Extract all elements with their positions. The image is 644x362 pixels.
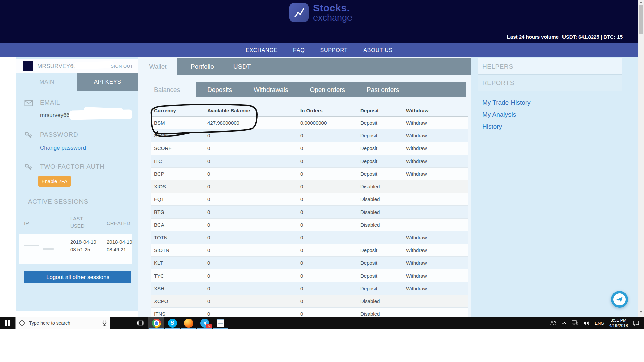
nav-support[interactable]: SUPPORT [320, 47, 348, 53]
scrollbar-thumb[interactable] [639, 5, 643, 34]
subtab-past-orders[interactable]: Past orders [367, 86, 399, 94]
deposit-link[interactable]: Deposit [360, 129, 406, 142]
scroll-down-arrow-icon[interactable] [640, 311, 642, 313]
nav-exchange[interactable]: EXCHANGE [246, 47, 278, 53]
tab-wallet[interactable]: Wallet [138, 58, 177, 75]
in-orders-cell: 0 [300, 180, 360, 193]
deposit-link[interactable]: Deposit [360, 244, 406, 256]
available-balance-cell: 0 [207, 269, 300, 282]
language-indicator[interactable]: ENG [595, 321, 604, 326]
people-icon[interactable] [550, 320, 557, 326]
volume-value: USDT: 641.8225 | BTC: 15 [562, 34, 623, 40]
currency-cell: ITC [151, 155, 207, 167]
balance-row: BCP 0 0 Deposit Withdraw [151, 168, 468, 180]
available-balance-cell: 427.98000000 [207, 117, 300, 129]
withdraw-link[interactable]: Withdraw [406, 231, 468, 244]
taskbar-clock[interactable]: 3:51 PM 4/19/2018 [609, 318, 628, 329]
subtab-open-orders[interactable]: Open orders [310, 86, 345, 94]
currency-cell: BCA [151, 219, 207, 231]
col-currency: Currency [151, 105, 207, 116]
username: MRSURVEY666 [37, 63, 80, 70]
firefox-taskbar-button[interactable] [180, 317, 197, 329]
taskbar-search-box[interactable]: Type here to search [15, 317, 110, 329]
nav-about-us[interactable]: ABOUT US [363, 47, 393, 53]
sign-out-link[interactable]: SIGN OUT [111, 64, 133, 69]
change-password-link[interactable]: Change password [40, 145, 86, 152]
deposit-link[interactable]: Deposit [360, 282, 406, 295]
helpers-panel-header[interactable]: HELPERS [478, 58, 622, 75]
sessions-col-created: CREATED [107, 220, 130, 226]
search-placeholder: Type here to search [29, 320, 70, 326]
withdraw-link[interactable]: Withdraw [406, 244, 468, 256]
in-orders-cell: 0 [300, 206, 360, 218]
system-tray: ENG 3:51 PM 4/19/2018 [550, 317, 644, 329]
tab-usdt[interactable]: USDT [233, 63, 251, 70]
balance-row: BCA 0 0 Disabled [151, 219, 468, 231]
available-balance-cell: 0 [207, 206, 300, 218]
notification-badge: ..55 [206, 324, 212, 328]
col-deposit: Deposit [360, 105, 406, 116]
withdraw-link[interactable]: Withdraw [406, 155, 468, 167]
tab-api-keys[interactable]: API KEYS [77, 73, 138, 91]
in-orders-cell: 0 [300, 155, 360, 167]
tab-main[interactable]: MAIN [16, 73, 77, 91]
currency-cell: BCP [151, 168, 207, 180]
account-tabs: MAIN API KEYS [16, 73, 138, 91]
withdraw-link[interactable]: Withdraw [406, 257, 468, 269]
deposit-link[interactable]: Deposit [360, 269, 406, 282]
page-scrollbar [638, 0, 644, 317]
withdraw-link[interactable]: Withdraw [406, 269, 468, 282]
tab-portfolio[interactable]: Portfolio [191, 63, 214, 70]
my-analysis-link[interactable]: My Analysis [482, 111, 516, 118]
withdraw-link[interactable]: Withdraw [406, 142, 468, 155]
telegram-chat-button[interactable] [611, 291, 628, 308]
deposit-link[interactable]: Deposit [360, 155, 406, 167]
wallet-panel: Wallet Portfolio USDT Balances Deposits … [138, 57, 471, 317]
balance-row: TYC 0 0 Deposit Withdraw [151, 269, 468, 282]
scroll-up-arrow-icon[interactable] [640, 1, 642, 3]
my-trade-history-link[interactable]: My Trade History [482, 99, 531, 106]
subtab-withdrawals[interactable]: Withdrawals [254, 86, 288, 94]
reports-panel-header[interactable]: REPORTS [478, 75, 622, 91]
deposit-link[interactable]: Deposit [360, 142, 406, 155]
task-view-button[interactable] [133, 317, 148, 329]
sessions-col-ip: IP [24, 220, 29, 226]
withdraw-link[interactable]: Withdraw [406, 168, 468, 180]
enable-2fa-button[interactable]: Enable 2FA [38, 176, 71, 187]
microphone-icon[interactable] [102, 320, 107, 328]
skype-taskbar-button[interactable]: S [164, 317, 180, 329]
chrome-taskbar-button[interactable] [148, 317, 164, 329]
key-icon [24, 163, 33, 173]
currency-cell: TOTN [151, 231, 207, 244]
logo-text: Stocks. exchange [313, 3, 352, 22]
deposit-link[interactable]: Deposit [360, 168, 406, 180]
redacted-ip [24, 245, 39, 246]
logout-all-sessions-button[interactable]: Logout all other sessions [24, 271, 131, 283]
withdraw-link[interactable]: Withdraw [406, 117, 468, 129]
site-logo[interactable]: Stocks. exchange [289, 3, 352, 22]
action-center-icon[interactable] [633, 320, 639, 326]
subtab-balances[interactable]: Balances [154, 82, 187, 97]
withdraw-link[interactable]: Withdraw [406, 282, 468, 295]
notepad-taskbar-button[interactable] [213, 317, 229, 329]
deposit-link[interactable]: Deposit [360, 257, 406, 269]
currency-cell: BTG [151, 206, 207, 218]
available-balance-cell: 0 [207, 142, 300, 155]
available-balance-cell: 0 [207, 244, 300, 256]
history-link[interactable]: History [482, 123, 502, 130]
start-button[interactable] [0, 317, 15, 329]
telegram-taskbar-button[interactable]: ..55 [197, 317, 213, 329]
network-icon[interactable] [572, 320, 578, 326]
windows-logo-icon [5, 320, 10, 326]
subtab-deposits[interactable]: Deposits [207, 86, 232, 94]
nav-faq[interactable]: FAQ [293, 47, 305, 53]
deposit-link[interactable]: Deposit [360, 117, 406, 129]
withdraw-link[interactable]: Withdraw [406, 129, 468, 142]
redacted-ip [43, 248, 54, 250]
speaker-icon[interactable] [583, 321, 590, 326]
chevron-up-icon[interactable] [562, 322, 567, 325]
active-sessions-title: ACTIVE SESSIONS [28, 198, 88, 205]
in-orders-cell: 0 [300, 257, 360, 269]
email-value: mrsurvey666 [40, 112, 73, 119]
cortana-icon [19, 320, 25, 326]
